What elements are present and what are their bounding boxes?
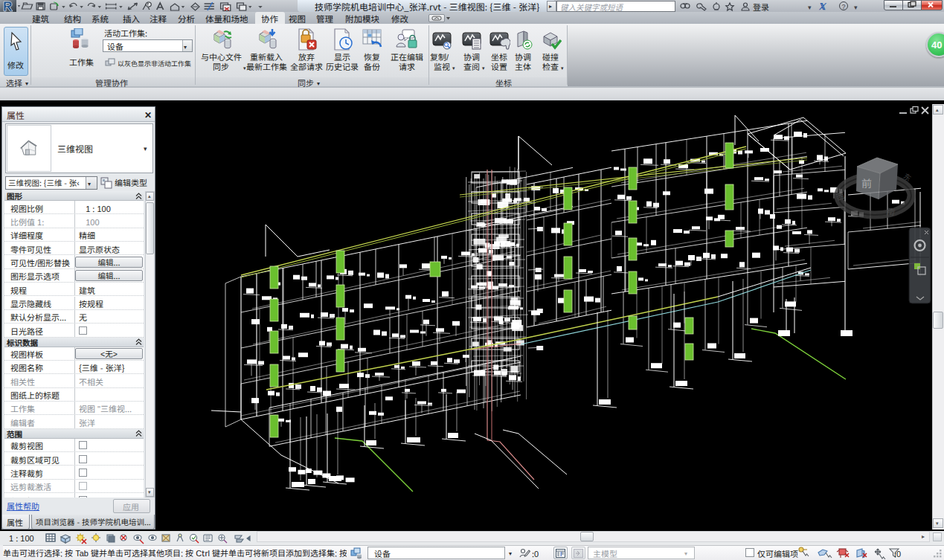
svg-text:前: 前 [861,176,872,190]
